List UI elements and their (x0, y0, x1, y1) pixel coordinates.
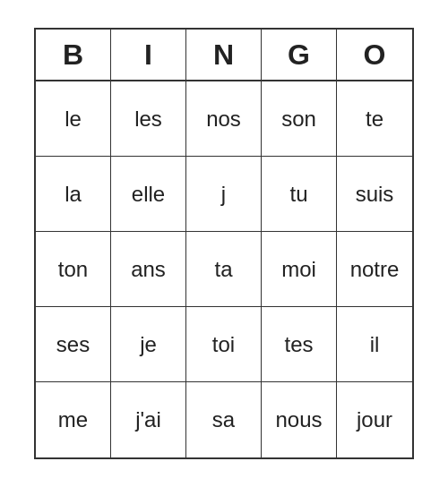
bingo-cell-21: j'ai (111, 382, 186, 457)
bingo-cell-0: le (36, 81, 111, 157)
bingo-cell-6: elle (111, 157, 186, 232)
header-letter-i: I (111, 30, 186, 80)
bingo-cell-19: il (337, 307, 412, 382)
bingo-cell-18: tes (262, 307, 337, 382)
bingo-cell-2: nos (186, 81, 262, 157)
header-letter-b: B (36, 30, 111, 80)
bingo-cell-24: jour (337, 382, 412, 457)
bingo-cell-14: notre (337, 232, 412, 307)
bingo-cell-1: les (111, 81, 186, 157)
bingo-cell-20: me (36, 382, 111, 457)
header-letter-n: N (186, 30, 262, 80)
bingo-cell-4: te (337, 81, 412, 157)
bingo-cell-23: nous (262, 382, 337, 457)
bingo-card: BINGO lelesnossontelaellejtusuistonansta… (34, 28, 414, 459)
bingo-cell-11: ans (111, 232, 186, 307)
bingo-cell-9: suis (337, 157, 412, 232)
bingo-cell-7: j (186, 157, 262, 232)
bingo-cell-8: tu (262, 157, 337, 232)
bingo-cell-3: son (262, 81, 337, 157)
bingo-header: BINGO (36, 30, 412, 81)
header-letter-o: O (337, 30, 412, 80)
bingo-cell-10: ton (36, 232, 111, 307)
header-letter-g: G (262, 30, 337, 80)
bingo-grid: lelesnossontelaellejtusuistonanstamoinot… (36, 81, 412, 457)
bingo-cell-13: moi (262, 232, 337, 307)
bingo-cell-5: la (36, 157, 111, 232)
bingo-cell-16: je (111, 307, 186, 382)
bingo-cell-17: toi (186, 307, 262, 382)
bingo-cell-15: ses (36, 307, 111, 382)
bingo-cell-12: ta (186, 232, 262, 307)
bingo-cell-22: sa (186, 382, 262, 457)
